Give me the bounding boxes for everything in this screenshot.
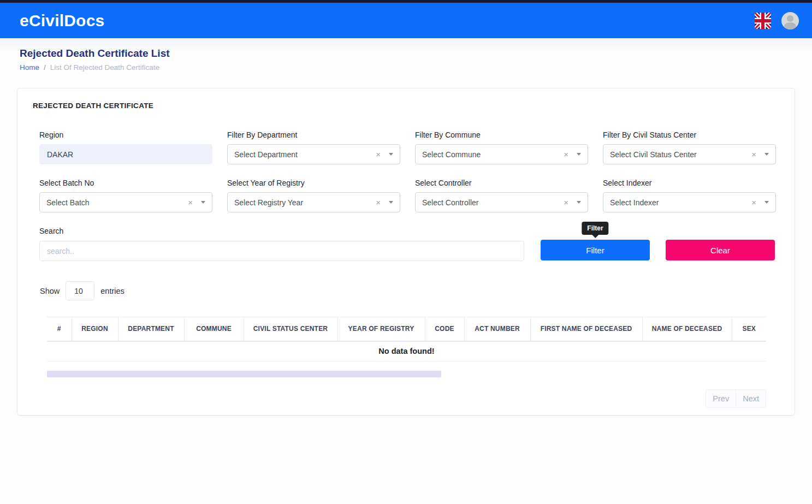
- batch-select-value: Select Batch: [46, 198, 188, 207]
- results-table-wrap: # REGION DEPARTMENT COMMUNE CIVIL STATUS…: [47, 317, 766, 377]
- col-commune: COMMUNE: [184, 317, 244, 341]
- uk-flag-icon[interactable]: [754, 12, 772, 29]
- indexer-select[interactable]: Select Indexer ×: [603, 192, 776, 212]
- breadcrumb-current: List Of Rejected Death Certificate: [50, 63, 159, 72]
- next-page-button[interactable]: Next: [736, 390, 766, 407]
- chevron-down-icon: [389, 201, 393, 204]
- field-department: Filter By Department Select Department ×: [227, 131, 400, 164]
- department-select-value: Select Department: [234, 150, 376, 159]
- app-header: eCivilDocs: [0, 3, 812, 38]
- chevron-down-icon: [577, 201, 581, 204]
- chevron-down-icon: [764, 201, 769, 204]
- brand-logo[interactable]: eCivilDocs: [20, 11, 104, 30]
- registry-year-clear-icon[interactable]: ×: [376, 198, 381, 206]
- batch-select[interactable]: Select Batch ×: [39, 192, 212, 212]
- filter-button-wrap: Filter Filter: [541, 240, 650, 260]
- chevron-down-icon: [201, 201, 205, 204]
- civil-status-center-select[interactable]: Select Civil Status Center ×: [603, 144, 776, 164]
- breadcrumb: Home / List Of Rejected Death Certificat…: [20, 63, 792, 72]
- card-title: REJECTED DEATH CERTIFICATE: [33, 102, 779, 110]
- controller-clear-icon[interactable]: ×: [564, 198, 568, 206]
- col-department: DEPARTMENT: [118, 317, 184, 341]
- col-code: CODE: [425, 317, 464, 341]
- user-avatar[interactable]: [781, 12, 799, 29]
- indexer-clear-icon[interactable]: ×: [751, 198, 756, 206]
- col-year-of-registry: YEAR OF REGISTRY: [337, 317, 425, 341]
- civil-status-center-label: Filter By Civil Status Center: [603, 131, 776, 139]
- pagination-group: Prev Next: [706, 389, 766, 408]
- field-batch-no: Select Batch No Select Batch ×: [39, 179, 212, 212]
- department-label: Filter By Department: [227, 131, 400, 139]
- prev-page-button[interactable]: Prev: [706, 390, 736, 407]
- empty-row: No data found!: [47, 341, 766, 361]
- field-civil-status-center: Filter By Civil Status Center Select Civ…: [603, 131, 776, 164]
- col-first-name-of-deceased: FIRST NAME OF DECEASED: [530, 317, 642, 341]
- indexer-label: Select Indexer: [603, 179, 776, 187]
- civil-status-center-select-value: Select Civil Status Center: [610, 150, 751, 159]
- table-header-row: # REGION DEPARTMENT COMMUNE CIVIL STATUS…: [47, 317, 766, 341]
- filter-tooltip: Filter: [582, 222, 608, 235]
- field-region: Region: [39, 131, 212, 164]
- chevron-down-icon: [577, 153, 581, 156]
- department-clear-icon[interactable]: ×: [376, 150, 381, 158]
- chevron-down-icon: [764, 153, 769, 156]
- entries-count-input[interactable]: [66, 281, 94, 300]
- avatar-head-shape: [787, 15, 793, 22]
- col-name-of-deceased: NAME OF DECEASED: [642, 317, 732, 341]
- col-sex: SEX: [732, 317, 766, 341]
- no-data-message: No data found!: [47, 341, 766, 361]
- col-region: REGION: [72, 317, 118, 341]
- search-and-actions-row: Search Filter Filter Clear: [39, 227, 779, 261]
- horizontal-scrollbar-thumb[interactable]: [47, 371, 441, 377]
- registry-year-select-value: Select Registry Year: [234, 198, 376, 207]
- page-title: Rejected Death Certificate List: [20, 48, 792, 60]
- avatar-shoulders-shape: [784, 22, 796, 29]
- col-act-number: ACT NUMBER: [464, 317, 530, 341]
- header-actions: [754, 12, 799, 29]
- breadcrumb-home-link[interactable]: Home: [20, 63, 39, 72]
- field-indexer: Select Indexer Select Indexer ×: [603, 179, 776, 212]
- breadcrumb-separator: /: [44, 63, 46, 72]
- filter-grid: Region Filter By Department Select Depar…: [39, 131, 779, 212]
- rejected-death-certificate-card: REJECTED DEATH CERTIFICATE Region Filter…: [17, 88, 795, 416]
- field-year-of-registry: Select Year of Registry Select Registry …: [227, 179, 400, 212]
- commune-clear-icon[interactable]: ×: [564, 150, 568, 158]
- commune-select-value: Select Commune: [422, 150, 564, 159]
- page-head: Rejected Death Certificate List Home / L…: [0, 38, 812, 72]
- filter-button[interactable]: Filter: [541, 240, 650, 260]
- registry-year-select[interactable]: Select Registry Year ×: [227, 192, 400, 212]
- chevron-down-icon: [389, 153, 393, 156]
- results-table: # REGION DEPARTMENT COMMUNE CIVIL STATUS…: [47, 317, 766, 361]
- clear-button[interactable]: Clear: [666, 240, 775, 260]
- controller-select-value: Select Controller: [422, 198, 564, 207]
- department-select[interactable]: Select Department ×: [227, 144, 400, 164]
- commune-select[interactable]: Select Commune ×: [415, 144, 588, 164]
- batch-clear-icon[interactable]: ×: [188, 198, 193, 206]
- search-input[interactable]: [39, 241, 524, 261]
- controller-select[interactable]: Select Controller ×: [415, 192, 588, 212]
- search-field: Search: [39, 227, 524, 261]
- entries-control: Show entries: [40, 281, 779, 300]
- search-label: Search: [39, 227, 524, 235]
- commune-label: Filter By Commune: [415, 131, 588, 139]
- year-of-registry-label: Select Year of Registry: [227, 179, 400, 187]
- field-commune: Filter By Commune Select Commune ×: [415, 131, 588, 164]
- entries-label: entries: [100, 287, 125, 295]
- pagination: Prev Next: [33, 389, 766, 408]
- show-label: Show: [40, 287, 60, 295]
- indexer-select-value: Select Indexer: [610, 198, 751, 207]
- col-civil-status-center: CIVIL STATUS CENTER: [244, 317, 337, 341]
- region-input[interactable]: [39, 144, 212, 164]
- controller-label: Select Controller: [415, 179, 588, 187]
- region-label: Region: [39, 131, 212, 139]
- civil-status-center-clear-icon[interactable]: ×: [751, 150, 756, 158]
- col-index: #: [47, 317, 72, 341]
- field-controller: Select Controller Select Controller ×: [415, 179, 588, 212]
- batch-no-label: Select Batch No: [39, 179, 212, 187]
